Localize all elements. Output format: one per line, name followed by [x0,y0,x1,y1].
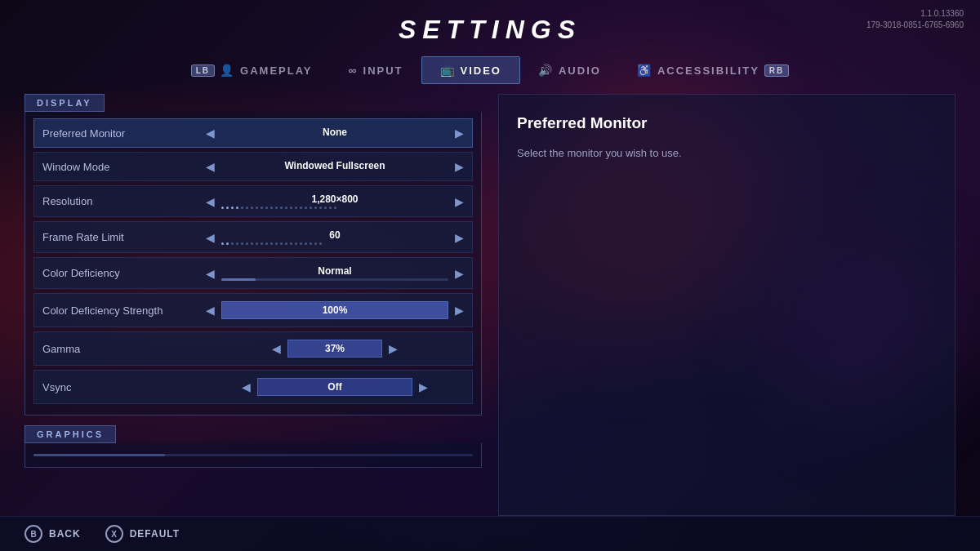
display-section-box: Preferred Monitor ◀ None ▶ Window Mode [24,112,482,415]
left-panel: DISPLAY Preferred Monitor ◀ None ▶ [24,94,482,516]
setting-color-deficiency[interactable]: Color Deficiency ◀ Normal ▶ [33,257,473,289]
gamma-bar: 37% [287,340,383,358]
window-mode-next[interactable]: ▶ [455,160,464,173]
info-panel: Preferred Monitor Select the monitor you… [498,94,956,516]
tab-video[interactable]: 📺 VIDEO [421,56,520,84]
gameplay-icon: 👤 [220,64,235,77]
color-deficiency-control: ◀ Normal ▶ [206,265,464,281]
frame-rate-control: ◀ 60 [206,229,464,245]
tab-audio[interactable]: 🔊 AUDIO [520,57,619,83]
setting-resolution[interactable]: Resolution ◀ 1,280×800 [33,185,473,217]
page-title: SETTINGS [0,15,980,45]
window-mode-value: Windowed Fullscreen [284,160,385,171]
resolution-prev[interactable]: ◀ [206,195,215,208]
preferred-monitor-prev[interactable]: ◀ [206,127,215,140]
vsync-control: ◀ Off ▶ [206,378,464,396]
color-deficiency-label: Color Deficiency [42,267,206,279]
vsync-next[interactable]: ▶ [419,380,428,393]
input-icon: ∞ [349,64,359,77]
setting-window-mode[interactable]: Window Mode ◀ Windowed Fullscreen ▶ [33,152,473,181]
video-icon: 📺 [440,64,456,77]
gamma-control: ◀ 37% ▶ [206,340,464,358]
color-deficiency-strength-label: Color Deficiency Strength [42,304,206,317]
color-deficiency-next[interactable]: ▶ [455,267,464,280]
preferred-monitor-label: Preferred Monitor [42,127,206,140]
back-button[interactable]: B BACK [24,525,81,543]
audio-icon: 🔊 [538,64,554,77]
tab-input[interactable]: ∞ INPUT [331,57,421,83]
tab-gameplay[interactable]: LB 👤 GAMEPLAY [173,57,331,83]
preferred-monitor-control: ◀ None ▶ [206,127,464,140]
info-panel-description: Select the monitor you wish to use. [517,145,937,162]
vsync-bar: Off [257,378,412,396]
vsync-label: Vsync [42,381,206,393]
frame-rate-label: Frame Rate Limit [42,231,206,243]
resolution-value: 1,280×800 [311,193,358,205]
preferred-monitor-value: None [323,127,347,138]
navigation-tabs: LB 👤 GAMEPLAY ∞ INPUT 📺 VIDEO 🔊 AUDIO ♿ … [0,51,980,94]
graphics-partial-content [24,443,482,468]
setting-frame-rate-limit[interactable]: Frame Rate Limit ◀ 60 [33,221,473,253]
info-panel-title: Preferred Monitor [517,114,937,132]
resolution-track [221,207,448,209]
resolution-next[interactable]: ▶ [455,195,464,208]
color-deficiency-value: Normal [318,265,351,277]
default-icon: X [105,525,123,543]
window-mode-control: ◀ Windowed Fullscreen ▶ [206,160,464,173]
window-mode-prev[interactable]: ◀ [206,160,215,173]
lb-indicator: LB [191,64,215,77]
vsync-prev[interactable]: ◀ [242,380,251,393]
main-area: DISPLAY Preferred Monitor ◀ None ▶ [0,94,980,516]
resolution-label: Resolution [42,195,206,207]
setting-color-deficiency-strength[interactable]: Color Deficiency Strength ◀ 100% ▶ [33,293,473,327]
window-mode-label: Window Mode [42,161,206,173]
display-section: DISPLAY Preferred Monitor ◀ None ▶ [24,94,482,415]
gamma-next[interactable]: ▶ [389,342,398,355]
resolution-control: ◀ 1,280×800 [206,193,464,209]
gamma-prev[interactable]: ◀ [272,342,281,355]
header: SETTINGS 1.1.0.13360 179-3018-0851-6765-… [0,0,980,51]
setting-preferred-monitor[interactable]: Preferred Monitor ◀ None ▶ [33,118,473,148]
graphics-section-header: GRAPHICS [24,425,116,443]
frame-rate-prev[interactable]: ◀ [206,231,215,244]
default-button[interactable]: X DEFAULT [105,525,180,543]
rb-indicator: RB [764,64,789,77]
color-deficiency-strength-next[interactable]: ▶ [455,304,464,317]
preferred-monitor-next[interactable]: ▶ [455,127,464,140]
display-section-header: DISPLAY [24,94,105,112]
frame-rate-next[interactable]: ▶ [455,231,464,244]
back-icon: B [24,525,42,543]
graphics-section: GRAPHICS [24,425,482,468]
color-deficiency-strength-prev[interactable]: ◀ [206,304,215,317]
tab-accessibility[interactable]: ♿ ACCESSIBILITY RB [619,57,807,83]
accessibility-icon: ♿ [637,64,653,77]
back-label: BACK [49,528,81,540]
gamma-label: Gamma [42,343,206,355]
setting-gamma[interactable]: Gamma ◀ 37% ▶ [33,331,473,366]
color-deficiency-strength-bar: 100% [221,301,448,319]
frame-rate-value: 60 [329,229,340,241]
version-info: 1.1.0.13360 179-3018-0851-6765-6960 [866,8,964,31]
setting-vsync[interactable]: Vsync ◀ Off ▶ [33,370,473,404]
frame-rate-track [221,242,448,245]
color-deficiency-track [221,278,448,281]
color-deficiency-strength-control: ◀ 100% ▶ [206,301,464,319]
default-label: DEFAULT [130,528,180,540]
bottom-bar: B BACK X DEFAULT [0,516,980,551]
color-deficiency-prev[interactable]: ◀ [206,267,215,280]
